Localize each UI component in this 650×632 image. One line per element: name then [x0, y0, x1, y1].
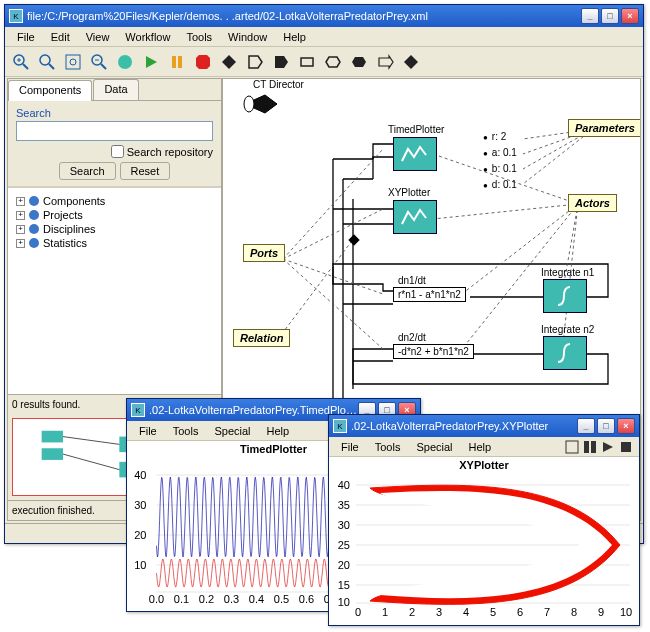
- svg-text:35: 35: [338, 499, 350, 511]
- component-tree: +Components +Projects +Disciplines +Stat…: [8, 187, 221, 394]
- minimize-button[interactable]: _: [581, 8, 599, 24]
- tree-item-projects[interactable]: +Projects: [16, 208, 213, 222]
- svg-rect-6: [66, 55, 80, 69]
- menu-file[interactable]: File: [9, 29, 43, 45]
- close-button[interactable]: ×: [617, 418, 635, 434]
- actor-timedplotter-label: TimedPlotter: [388, 124, 444, 135]
- plot-tool-3-icon[interactable]: [599, 438, 617, 456]
- tree-item-components[interactable]: +Components: [16, 194, 213, 208]
- svg-rect-25: [42, 448, 63, 460]
- svg-text:15: 15: [338, 579, 350, 591]
- main-titlebar[interactable]: K file:/C:/Program%20Files/Kepler/demos.…: [5, 5, 643, 27]
- svg-marker-21: [352, 57, 366, 67]
- menu-file[interactable]: File: [333, 439, 367, 455]
- svg-point-4: [40, 55, 50, 65]
- svg-rect-69: [591, 441, 596, 453]
- svg-point-7: [70, 59, 76, 65]
- xy-titlebar[interactable]: K .02-LotkaVolterraPredatorPrey.XYPlotte…: [329, 415, 639, 437]
- xy-title: .02-LotkaVolterraPredatorPrey.XYPlotter: [351, 420, 577, 432]
- svg-text:10: 10: [620, 606, 632, 618]
- actor-integrate-n1[interactable]: [543, 279, 587, 313]
- actor-timedplotter[interactable]: [393, 137, 437, 171]
- shape5-icon[interactable]: [321, 50, 345, 74]
- main-menubar: File Edit View Workflow Tools Window Hel…: [5, 27, 643, 47]
- search-input[interactable]: [16, 121, 213, 141]
- svg-text:0.6: 0.6: [299, 593, 314, 605]
- reset-button[interactable]: Reset: [120, 162, 171, 180]
- menu-special[interactable]: Special: [206, 423, 258, 439]
- shape8-icon[interactable]: [399, 50, 423, 74]
- plot-tool-4-icon[interactable]: [617, 438, 635, 456]
- expr-dn2[interactable]: -d*n2 + b*n1*n2: [393, 344, 474, 359]
- svg-marker-15: [196, 55, 210, 69]
- actor-integrate-n2[interactable]: [543, 336, 587, 370]
- search-button[interactable]: Search: [59, 162, 116, 180]
- zoom-reset-icon[interactable]: [35, 50, 59, 74]
- zoom-fit-icon[interactable]: [61, 50, 85, 74]
- svg-marker-22: [379, 56, 393, 68]
- svg-point-46: [244, 96, 254, 112]
- menu-edit[interactable]: Edit: [43, 29, 78, 45]
- shape2-icon[interactable]: [243, 50, 267, 74]
- svg-text:10: 10: [134, 559, 146, 571]
- menu-view[interactable]: View: [78, 29, 118, 45]
- tree-item-statistics[interactable]: +Statistics: [16, 236, 213, 250]
- close-button[interactable]: ×: [621, 8, 639, 24]
- actor-xyplotter[interactable]: [393, 200, 437, 234]
- shape6-icon[interactable]: [347, 50, 371, 74]
- menu-workflow[interactable]: Workflow: [117, 29, 178, 45]
- search-repo-checkbox[interactable]: [111, 145, 124, 158]
- svg-line-32: [283, 209, 383, 259]
- shape7-icon[interactable]: [373, 50, 397, 74]
- run-icon[interactable]: [139, 50, 163, 74]
- zoom-in-icon[interactable]: [9, 50, 33, 74]
- app-icon: K: [9, 9, 23, 23]
- svg-text:9: 9: [598, 606, 604, 618]
- callout-relation: Relation: [233, 329, 290, 347]
- svg-text:20: 20: [338, 559, 350, 571]
- expr-dn1[interactable]: r*n1 - a*n1*n2: [393, 287, 466, 302]
- pause-icon[interactable]: [165, 50, 189, 74]
- director-icon[interactable]: [241, 91, 281, 117]
- svg-rect-30: [348, 234, 359, 245]
- menu-window[interactable]: Window: [220, 29, 275, 45]
- svg-rect-24: [42, 431, 63, 443]
- tab-components[interactable]: Components: [8, 80, 92, 101]
- svg-text:2: 2: [409, 606, 415, 618]
- maximize-button[interactable]: □: [601, 8, 619, 24]
- menu-special[interactable]: Special: [408, 439, 460, 455]
- timed-title: .02-LotkaVolterraPredatorPrey.TimedPlott…: [149, 404, 358, 416]
- svg-rect-71: [621, 442, 631, 452]
- shape1-icon[interactable]: [217, 50, 241, 74]
- menu-tools[interactable]: Tools: [178, 29, 220, 45]
- menu-tools[interactable]: Tools: [367, 439, 409, 455]
- plot-tool-2-icon[interactable]: [581, 438, 599, 456]
- menu-file[interactable]: File: [131, 423, 165, 439]
- minimize-button[interactable]: _: [577, 418, 595, 434]
- stop-icon[interactable]: [191, 50, 215, 74]
- plot-tool-1-icon[interactable]: [563, 438, 581, 456]
- menu-tools[interactable]: Tools: [165, 423, 207, 439]
- svg-line-1: [23, 64, 28, 69]
- svg-text:0: 0: [355, 606, 361, 618]
- tree-item-disciplines[interactable]: +Disciplines: [16, 222, 213, 236]
- svg-text:0.1: 0.1: [174, 593, 189, 605]
- param-r: r: 2: [483, 131, 506, 142]
- zoom-out-icon[interactable]: [87, 50, 111, 74]
- svg-point-11: [118, 55, 132, 69]
- svg-text:40: 40: [338, 479, 350, 491]
- menu-help[interactable]: Help: [259, 423, 298, 439]
- expr-dn2-label: dn2/dt: [398, 332, 426, 343]
- xy-plot-title: XYPlotter: [329, 457, 639, 473]
- callout-ports: Ports: [243, 244, 285, 262]
- shape4-icon[interactable]: [295, 50, 319, 74]
- svg-text:0.2: 0.2: [199, 593, 214, 605]
- menu-help[interactable]: Help: [275, 29, 314, 45]
- shape3-icon[interactable]: [269, 50, 293, 74]
- maximize-button[interactable]: □: [597, 418, 615, 434]
- svg-marker-20: [326, 57, 340, 67]
- menu-help[interactable]: Help: [461, 439, 500, 455]
- tab-data[interactable]: Data: [93, 79, 138, 100]
- open-icon[interactable]: [113, 50, 137, 74]
- svg-line-35: [278, 242, 351, 339]
